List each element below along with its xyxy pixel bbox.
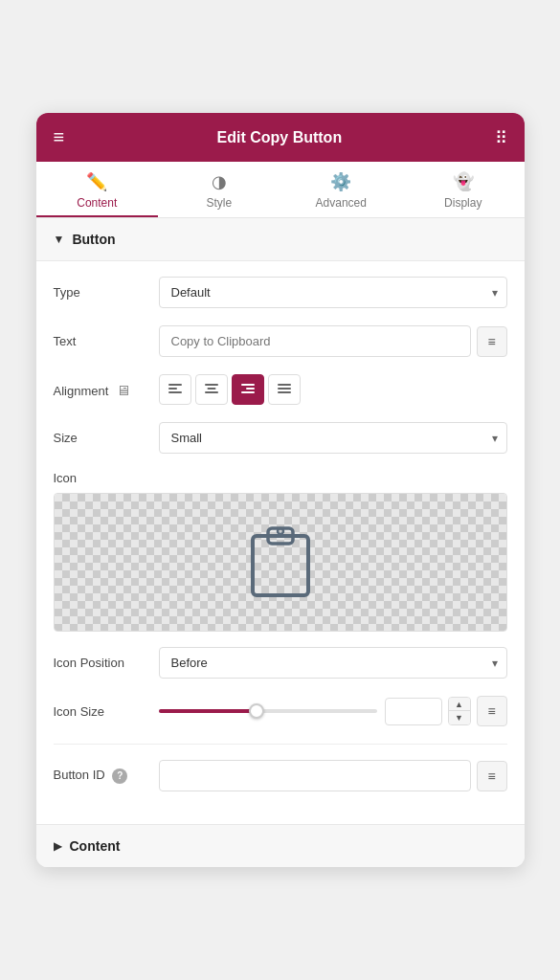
icon-position-row: Icon Position Before After ▾ xyxy=(54,647,507,679)
size-label: Size xyxy=(54,431,159,445)
content-section-title: Content xyxy=(70,838,121,854)
size-select[interactable]: Small Medium Large xyxy=(159,422,507,454)
svg-rect-6 xyxy=(241,384,255,386)
svg-point-14 xyxy=(278,528,283,534)
tab-display[interactable]: 👻 Display xyxy=(402,162,525,217)
style-tab-label: Style xyxy=(206,196,232,210)
divider xyxy=(54,744,507,745)
grid-icon[interactable]: ⠿ xyxy=(495,127,507,148)
alignment-buttons xyxy=(159,374,507,405)
text-stack-btn[interactable]: ≡ xyxy=(477,326,507,357)
text-input-wrapper: ≡ xyxy=(159,325,507,357)
display-tab-label: Display xyxy=(444,196,482,210)
svg-rect-8 xyxy=(241,391,255,393)
button-section-header[interactable]: ▼ Button xyxy=(36,218,525,261)
phone-container: ≡ Edit Copy Button ⠿ ✏️ Content ◑ Style … xyxy=(0,0,560,980)
size-control: Small Medium Large ▾ xyxy=(159,422,507,454)
content-tab-label: Content xyxy=(77,196,117,210)
icon-position-control: Before After ▾ xyxy=(159,647,507,679)
advanced-tab-label: Advanced xyxy=(316,196,367,210)
svg-rect-0 xyxy=(168,384,182,386)
icon-size-control: 30 ▲ ▼ ≡ xyxy=(159,696,507,726)
align-left-icon xyxy=(168,383,182,396)
text-input[interactable] xyxy=(159,325,471,357)
slider-fill xyxy=(159,709,258,713)
monitor-icon: 🖥 xyxy=(116,382,130,398)
panel: ≡ Edit Copy Button ⠿ ✏️ Content ◑ Style … xyxy=(36,113,525,867)
icon-section: Icon xyxy=(54,471,507,632)
content-section-header[interactable]: ▶ Content xyxy=(36,824,525,867)
icon-size-input[interactable]: 30 xyxy=(385,698,442,725)
slider-row: 30 ▲ ▼ ≡ xyxy=(159,696,507,726)
help-icon[interactable]: ? xyxy=(112,768,127,784)
align-left-btn[interactable] xyxy=(159,374,191,405)
button-id-row: Button ID ? ≡ xyxy=(54,760,507,791)
checker-background xyxy=(55,494,506,631)
size-select-wrapper: Small Medium Large ▾ xyxy=(159,422,507,454)
button-id-control: ≡ xyxy=(159,760,507,791)
content-section-arrow: ▶ xyxy=(54,839,62,853)
tab-advanced[interactable]: ⚙️ Advanced xyxy=(280,162,403,217)
svg-rect-4 xyxy=(207,388,215,390)
spinner-buttons: ▲ ▼ xyxy=(448,697,471,725)
align-justify-icon xyxy=(278,383,291,396)
alignment-row: Alignment 🖥 xyxy=(54,374,507,405)
display-tab-icon: 👻 xyxy=(453,171,474,192)
alignment-control xyxy=(159,374,507,405)
text-control: ≡ xyxy=(159,325,507,357)
icon-preview-area[interactable] xyxy=(54,493,507,632)
svg-rect-11 xyxy=(278,391,291,393)
align-right-btn[interactable] xyxy=(232,374,264,405)
align-center-icon xyxy=(205,383,218,396)
size-row: Size Small Medium Large ▾ xyxy=(54,422,507,454)
alignment-label: Alignment 🖥 xyxy=(54,382,159,398)
svg-rect-3 xyxy=(205,384,218,386)
svg-rect-2 xyxy=(168,391,182,393)
tabs-bar: ✏️ Content ◑ Style ⚙️ Advanced 👻 Display xyxy=(36,162,525,218)
slider-track[interactable] xyxy=(159,709,377,713)
icon-label: Icon xyxy=(54,471,507,485)
button-id-stack-btn[interactable]: ≡ xyxy=(477,761,507,791)
svg-rect-7 xyxy=(246,388,255,390)
text-label: Text xyxy=(54,334,159,348)
tab-style[interactable]: ◑ Style xyxy=(158,162,280,217)
section-collapse-arrow: ▼ xyxy=(54,233,65,246)
type-select[interactable]: Default Primary Secondary xyxy=(159,277,507,308)
advanced-tab-icon: ⚙️ xyxy=(330,171,351,192)
icon-size-label: Icon Size xyxy=(54,704,159,719)
type-control: Default Primary Secondary ▾ xyxy=(159,277,507,308)
form-content: Type Default Primary Secondary ▾ Text xyxy=(36,261,525,824)
style-tab-icon: ◑ xyxy=(212,171,227,192)
content-tab-icon: ✏️ xyxy=(86,171,107,192)
type-label: Type xyxy=(54,285,159,300)
type-select-wrapper: Default Primary Secondary ▾ xyxy=(159,277,507,308)
align-justify-btn[interactable] xyxy=(268,374,301,405)
svg-rect-9 xyxy=(278,384,291,386)
button-id-label: Button ID ? xyxy=(54,768,159,784)
number-input-wrapper: 30 ▲ ▼ ≡ xyxy=(385,696,507,726)
type-row: Type Default Primary Secondary ▾ xyxy=(54,277,507,308)
header: ≡ Edit Copy Button ⠿ xyxy=(36,113,525,162)
icon-size-stack-btn[interactable]: ≡ xyxy=(477,696,507,726)
slider-thumb[interactable] xyxy=(249,703,264,719)
tab-content[interactable]: ✏️ Content xyxy=(36,162,159,217)
icon-position-select[interactable]: Before After xyxy=(159,647,507,679)
align-right-icon xyxy=(241,383,255,396)
icon-size-row: Icon Size 30 ▲ ▼ ≡ xyxy=(54,696,507,726)
icon-position-label: Icon Position xyxy=(54,656,159,670)
menu-icon[interactable]: ≡ xyxy=(54,126,65,148)
button-section-title: Button xyxy=(72,232,115,247)
clipboard-svg-icon xyxy=(247,524,314,601)
spinner-up-btn[interactable]: ▲ xyxy=(449,698,470,711)
button-id-input-wrapper: ≡ xyxy=(159,760,507,791)
spinner-down-btn[interactable]: ▼ xyxy=(449,711,470,724)
button-id-input[interactable] xyxy=(159,760,471,791)
svg-rect-10 xyxy=(278,388,291,390)
svg-rect-1 xyxy=(168,388,177,390)
icon-position-select-wrapper: Before After ▾ xyxy=(159,647,507,679)
svg-rect-5 xyxy=(205,391,218,393)
panel-title: Edit Copy Button xyxy=(217,129,343,146)
text-row: Text ≡ xyxy=(54,325,507,357)
align-center-btn[interactable] xyxy=(195,374,228,405)
